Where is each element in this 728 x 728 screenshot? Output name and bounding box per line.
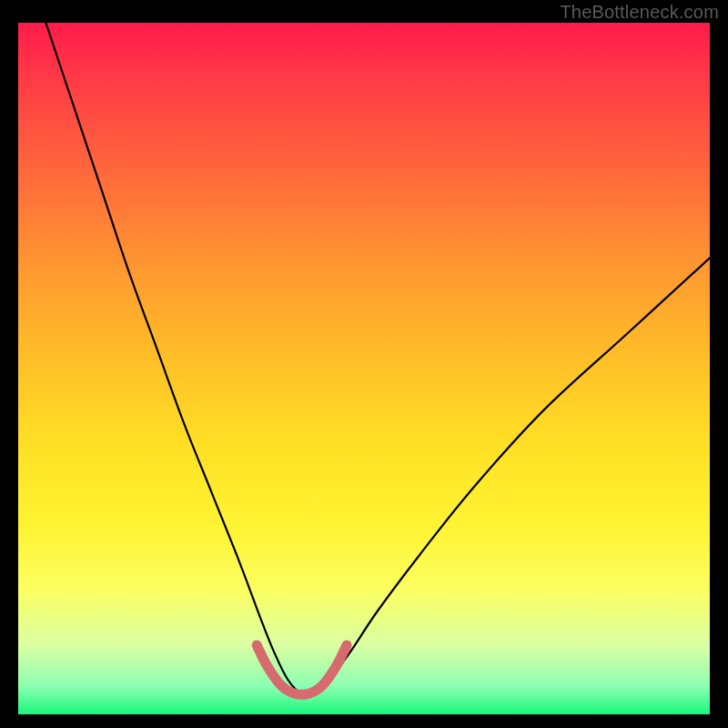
optimal-band	[257, 645, 347, 694]
watermark-text: TheBottleneck.com	[560, 2, 719, 23]
plot-gradient-area	[18, 23, 710, 714]
bottleneck-curve	[46, 23, 710, 695]
curve-layer	[18, 23, 710, 714]
chart-frame: TheBottleneck.com	[0, 0, 728, 728]
